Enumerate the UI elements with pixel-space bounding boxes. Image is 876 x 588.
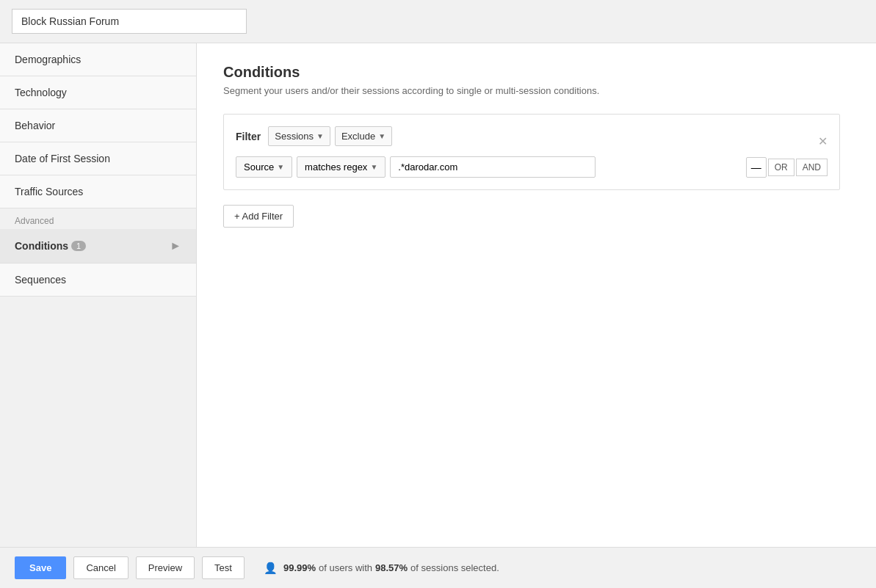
save-button[interactable]: Save [15,556,66,579]
sidebar: Demographics Technology Behavior Date of… [0,43,197,547]
match-chevron-icon: ▼ [370,163,377,171]
sessions-dropdown[interactable]: Sessions ▼ [268,126,330,146]
or-button[interactable]: OR [768,159,794,176]
sidebar-item-label-behavior: Behavior [15,120,55,131]
conditions-row: Conditions 1 [15,240,86,252]
action-dropdown-value: Exclude [341,131,375,142]
regex-input[interactable]: .*darodar.com [390,156,596,178]
filter-actions: — OR AND [746,157,828,178]
sidebar-item-label-demographics: Demographics [15,54,81,65]
sessions-dropdown-value: Sessions [275,131,314,142]
conditions-arrow-icon: ► [170,239,181,253]
segment-name-input[interactable]: Block Russian Forum [12,9,247,34]
sidebar-item-date-of-first-session[interactable]: Date of First Session [0,142,196,175]
cancel-button[interactable]: Cancel [73,556,128,579]
sidebar-item-behavior[interactable]: Behavior [0,109,196,142]
action-chevron-icon: ▼ [378,132,385,140]
filter-header: Filter Sessions ▼ Exclude ▼ [236,126,397,146]
sidebar-item-label-traffic-sources: Traffic Sources [15,186,83,197]
sidebar-item-technology[interactable]: Technology [0,76,196,109]
source-dropdown[interactable]: Source ▼ [236,156,292,178]
conditions-title: Conditions [223,64,850,81]
conditions-badge: 1 [71,241,86,251]
stats-sessions-percent: 98.57% [375,562,408,573]
filter-label: Filter [236,131,261,142]
source-dropdown-label: Source [244,161,274,173]
match-dropdown-value: matches regex [305,161,367,173]
filter-header-row: Filter Sessions ▼ Exclude ▼ ✕ [236,126,828,156]
remove-condition-button[interactable]: — [746,157,767,178]
sessions-chevron-icon: ▼ [316,132,324,140]
person-icon: 👤 [264,562,278,575]
add-filter-button[interactable]: + Add Filter [223,205,294,228]
sidebar-item-traffic-sources[interactable]: Traffic Sources [0,175,196,208]
filter-row: Source ▼ matches regex ▼ .*darodar.com —… [236,156,828,178]
test-button[interactable]: Test [202,556,245,579]
sidebar-item-demographics[interactable]: Demographics [0,43,196,76]
sidebar-item-label-sequences: Sequences [15,274,66,286]
sidebar-item-conditions[interactable]: Conditions 1 ► [0,229,196,264]
match-dropdown[interactable]: matches regex ▼ [297,156,385,178]
content-area: Conditions Segment your users and/or the… [197,43,876,547]
footer: Save Cancel Preview Test 👤 99.99% of use… [0,547,876,588]
conditions-subtitle: Segment your users and/or their sessions… [223,85,850,96]
action-dropdown[interactable]: Exclude ▼ [335,126,392,146]
sidebar-item-label-date-of-first-session: Date of First Session [15,153,110,164]
and-button[interactable]: AND [796,159,828,176]
main-layout: Demographics Technology Behavior Date of… [0,43,876,547]
advanced-section-label: Advanced [0,208,196,229]
close-filter-button[interactable]: ✕ [818,134,828,148]
source-chevron-icon: ▼ [277,163,284,171]
top-bar: Block Russian Forum [0,0,876,43]
stats-text1: of users with [319,562,372,573]
sidebar-item-label-conditions: Conditions [15,240,68,252]
filter-box: Filter Sessions ▼ Exclude ▼ ✕ Source [223,114,840,190]
stats-text2: of sessions selected. [410,562,499,573]
preview-button[interactable]: Preview [136,556,195,579]
sidebar-item-sequences[interactable]: Sequences [0,264,196,297]
sidebar-item-label-technology: Technology [15,87,67,98]
stats-users-percent: 99.99% [283,562,316,573]
footer-stats: 👤 99.99% of users with 98.57% of session… [264,562,499,575]
